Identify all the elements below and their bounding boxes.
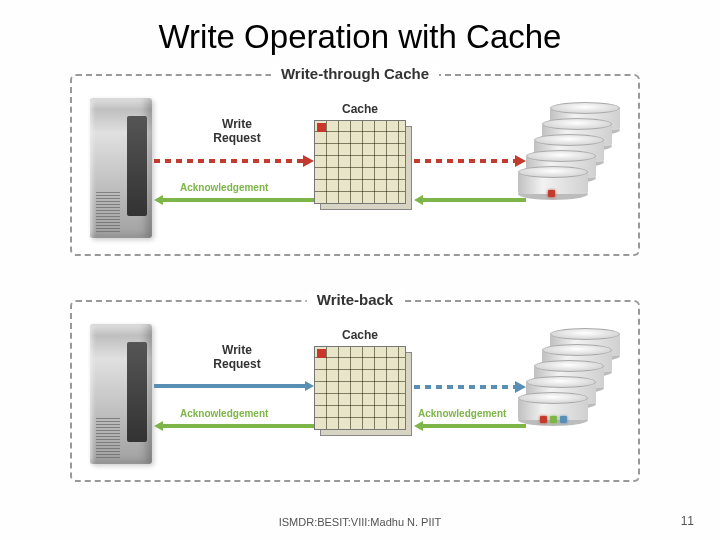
server-tower-icon <box>90 98 152 238</box>
writeback-arrow-to-disk <box>414 382 526 392</box>
cache-cell-written <box>317 123 326 132</box>
write-request-label: Write Request <box>202 344 272 372</box>
ack-arrow-from-cache <box>154 196 314 204</box>
disk-led-icon <box>550 416 557 423</box>
ack-arrow-from-cache <box>154 422 314 430</box>
ack-label-right: Acknowledgement <box>418 408 506 419</box>
disk-led-icon <box>548 190 555 197</box>
panel-write-through: Write-through Cache Cache Write Request … <box>70 74 640 256</box>
request-arrow-to-cache <box>154 156 314 166</box>
disk-array-icon <box>516 324 626 462</box>
disk-array-icon <box>516 98 626 236</box>
request-arrow-to-cache <box>154 382 314 391</box>
footer-text: ISMDR:BESIT:VIII:Madhu N. PIIT <box>0 516 720 528</box>
ack-arrow-from-disk <box>414 422 526 430</box>
panel-write-back: Write-back Cache Write Request Acknowled… <box>70 300 640 482</box>
cache-label: Cache <box>342 328 378 342</box>
ack-label: Acknowledgement <box>180 182 268 193</box>
ack-arrow-from-disk <box>414 196 526 204</box>
request-arrow-to-disk <box>414 156 526 166</box>
panel-a-title: Write-through Cache <box>271 65 439 82</box>
cache-label: Cache <box>342 102 378 116</box>
disk-led-icon <box>560 416 567 423</box>
ack-label-left: Acknowledgement <box>180 408 268 419</box>
server-tower-icon <box>90 324 152 464</box>
cache-cell-written <box>317 349 326 358</box>
write-request-label: Write Request <box>202 118 272 146</box>
panel-b-title: Write-back <box>307 291 403 308</box>
disk-led-icon <box>540 416 547 423</box>
slide-title: Write Operation with Cache <box>0 0 720 56</box>
page-number: 11 <box>681 514 694 528</box>
